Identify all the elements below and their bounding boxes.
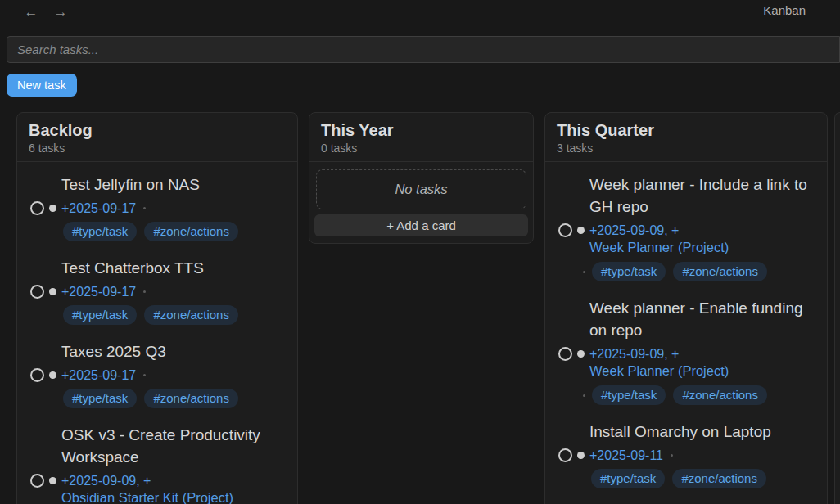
block-ref-dot-icon <box>143 374 146 376</box>
task-checkbox-icon[interactable] <box>558 448 572 462</box>
block-ref-dot-icon <box>583 394 585 397</box>
task-card[interactable]: OSK v3 - Create Productivity Workspace+2… <box>30 424 284 504</box>
card-meta-row: +2025-09-09, + <box>30 473 284 488</box>
card-tags-row: #type/task#zone/actions <box>30 389 284 408</box>
column-header: This Quarter3 tasks <box>545 113 827 162</box>
empty-state: No tasks <box>316 169 526 209</box>
card-tags-row: #type/task#zone/actions <box>558 469 814 488</box>
column-backlog: Backlog6 tasksTest Jellyfin on NAS+2025-… <box>16 112 298 504</box>
nav-arrows: ← → <box>21 3 70 21</box>
tag-pill[interactable]: #zone/actions <box>672 469 766 488</box>
list-bullet-icon <box>49 477 56 484</box>
due-date-link[interactable]: +2025-09-17 <box>61 367 136 383</box>
card-title: Test Chatterbox TTS <box>30 257 284 279</box>
due-date-link[interactable]: +2025-09-09, + <box>589 346 679 362</box>
column-title[interactable]: Backlog <box>29 120 286 141</box>
card-title: Test Jellyfin on NAS <box>30 173 284 196</box>
list-bullet-icon <box>49 205 56 212</box>
tag-pill[interactable]: #zone/actions <box>144 389 238 408</box>
tag-pill[interactable]: #type/task <box>591 469 665 488</box>
column-task-count: 0 tasks <box>321 142 522 155</box>
task-card[interactable]: Test Jellyfin on NAS+2025-09-17#type/tas… <box>30 173 284 241</box>
card-meta-row: +2025-09-17 <box>30 200 284 216</box>
tag-pill[interactable]: #type/task <box>63 305 137 325</box>
task-checkbox-icon[interactable] <box>558 347 572 361</box>
column-header: This Year0 tasks <box>309 113 533 162</box>
tag-pill[interactable]: #type/task <box>592 262 666 281</box>
list-bullet-icon <box>577 350 585 358</box>
column-body: Week planner - Include a link to GH repo… <box>545 162 827 504</box>
task-checkbox-icon[interactable] <box>30 201 44 215</box>
tag-pill[interactable]: #type/task <box>63 222 137 241</box>
card-title: Taxes 2025 Q3 <box>30 340 284 362</box>
card-tags-row: #type/task#zone/actions <box>558 262 814 281</box>
task-card[interactable]: Install Omarchy on Laptop+2025-09-11#typ… <box>558 421 814 488</box>
add-card-button[interactable]: + Add a card <box>314 214 528 236</box>
task-checkbox-icon[interactable] <box>30 474 44 488</box>
task-card[interactable]: Test Chatterbox TTS+2025-09-17#type/task… <box>30 257 284 325</box>
list-bullet-icon <box>577 452 585 459</box>
tag-pill[interactable]: #type/task <box>63 389 137 408</box>
card-meta-row: +2025-09-09, + <box>558 223 814 238</box>
tag-pill[interactable]: #zone/actions <box>144 222 238 241</box>
column-title[interactable]: This Quarter <box>557 120 815 141</box>
kanban-board: Backlog6 tasksTest Jellyfin on NAS+2025-… <box>0 97 840 473</box>
block-ref-dot-icon <box>143 207 146 209</box>
card-title: Install Omarchy on Laptop <box>558 421 814 443</box>
column-title[interactable]: This Year <box>321 120 522 141</box>
due-date-link[interactable]: +2025-09-17 <box>61 284 136 299</box>
task-checkbox-icon[interactable] <box>558 223 572 237</box>
tag-pill[interactable]: #zone/actions <box>144 305 238 325</box>
card-meta-row: +2025-09-17 <box>30 284 284 299</box>
list-bullet-icon <box>577 227 585 234</box>
card-tags-row: #type/task#zone/actions <box>30 222 284 241</box>
title-bar: ← → Kanban <box>0 0 840 33</box>
column-body: No tasks+ Add a card <box>309 162 533 243</box>
column-body: Test Jellyfin on NAS+2025-09-17#type/tas… <box>17 162 297 504</box>
toolbar: New task <box>7 74 840 97</box>
card-title: Week planner - Include a link to GH repo <box>558 173 814 218</box>
due-date-link[interactable]: +2025-09-17 <box>61 200 136 216</box>
tag-pill[interactable]: #zone/actions <box>673 385 767 405</box>
project-link[interactable]: Obsidian Starter Kit (Project) <box>30 489 284 504</box>
card-tags-row: #type/task#zone/actions <box>30 305 284 325</box>
column-this-year: This Year0 tasksNo tasks+ Add a card <box>309 112 534 244</box>
due-date-link[interactable]: +2025-09-11 <box>589 448 663 463</box>
task-checkbox-icon[interactable] <box>30 285 44 299</box>
card-title: OSK v3 - Create Productivity Workspace <box>30 424 284 468</box>
due-date-link[interactable]: +2025-09-09, + <box>589 223 679 238</box>
card-meta-row: +2025-09-09, + <box>558 346 814 362</box>
tag-pill[interactable]: #type/task <box>592 385 666 405</box>
search-input[interactable] <box>7 36 840 63</box>
task-checkbox-icon[interactable] <box>30 368 44 382</box>
card-title: Week planner - Enable funding on repo <box>558 297 814 341</box>
list-bullet-icon <box>49 288 56 295</box>
block-ref-dot-icon <box>143 290 146 293</box>
search-row <box>7 36 840 63</box>
project-link[interactable]: Week Planner (Project) <box>558 362 814 380</box>
list-bullet-icon <box>49 371 56 379</box>
card-tags-row: #type/task#zone/actions <box>558 385 814 405</box>
card-meta-row: +2025-09-11 <box>558 448 814 463</box>
card-meta-row: +2025-09-17 <box>30 367 284 383</box>
partial-next-column <box>834 112 840 504</box>
column-this-quarter: This Quarter3 tasksWeek planner - Includ… <box>544 112 828 504</box>
column-task-count: 3 tasks <box>557 142 815 155</box>
view-title: Kanban <box>763 3 806 17</box>
column-header: Backlog6 tasks <box>17 113 297 162</box>
back-arrow-icon[interactable]: ← <box>21 3 41 21</box>
task-card[interactable]: Week planner - Include a link to GH repo… <box>558 173 814 281</box>
tag-pill[interactable]: #zone/actions <box>673 262 767 281</box>
new-task-button[interactable]: New task <box>7 74 77 97</box>
task-card[interactable]: Taxes 2025 Q3+2025-09-17#type/task#zone/… <box>30 340 284 408</box>
forward-arrow-icon[interactable]: → <box>51 3 70 21</box>
project-link[interactable]: Week Planner (Project) <box>558 239 814 256</box>
task-card[interactable]: Week planner - Enable funding on repo+20… <box>558 297 814 405</box>
block-ref-dot-icon <box>583 271 585 273</box>
block-ref-dot-icon <box>671 454 673 457</box>
due-date-link[interactable]: +2025-09-09, + <box>61 473 151 488</box>
column-task-count: 6 tasks <box>29 142 286 155</box>
